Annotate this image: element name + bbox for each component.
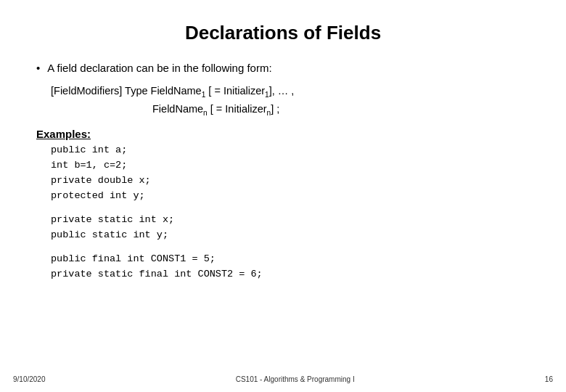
code-line: public final int CONST1 = 5; xyxy=(51,252,530,267)
bullet-text: A field declaration can be in the follow… xyxy=(47,62,271,74)
examples-section: Examples: public int a; int b=1, c=2; pr… xyxy=(36,128,530,282)
code-block-2: private static int x; public static int … xyxy=(51,213,530,243)
code-line: protected int y; xyxy=(51,189,530,204)
footer-page: 16 xyxy=(545,375,553,383)
footer-course: CS101 - Algorithms & Programming I xyxy=(236,375,355,383)
code-line: int b=1, c=2; xyxy=(51,158,530,173)
slide: Declarations of Fields • A field declara… xyxy=(0,0,566,392)
bullet-dot: • xyxy=(36,62,40,74)
code-line: public static int y; xyxy=(51,228,530,243)
field-decl-line1: [FieldModifiers] Type FieldName1 [ = Ini… xyxy=(51,83,530,101)
slide-title: Declarations of Fields xyxy=(36,22,530,44)
code-block-1: public int a; int b=1, c=2; private doub… xyxy=(51,143,530,204)
field-declaration: [FieldModifiers] Type FieldName1 [ = Ini… xyxy=(51,83,530,119)
code-block-3: public final int CONST1 = 5; private sta… xyxy=(51,252,530,282)
code-group-3: public final int CONST1 = 5; private sta… xyxy=(36,252,530,282)
code-line: private static int x; xyxy=(51,213,530,228)
bullet-section: • A field declaration can be in the foll… xyxy=(36,62,530,74)
field-decl-line2: FieldNamen [ = Initializern] ; xyxy=(152,101,530,119)
code-line: private static final int CONST2 = 6; xyxy=(51,267,530,282)
code-line: public int a; xyxy=(51,143,530,158)
examples-label: Examples: xyxy=(36,128,530,140)
bullet-item: • A field declaration can be in the foll… xyxy=(36,62,530,74)
code-group-1: public int a; int b=1, c=2; private doub… xyxy=(36,143,530,204)
code-group-2: private static int x; public static int … xyxy=(36,213,530,243)
code-line: private double x; xyxy=(51,173,530,189)
footer-date: 9/10/2020 xyxy=(13,375,46,383)
footer: 9/10/2020 CS101 - Algorithms & Programmi… xyxy=(0,375,566,383)
